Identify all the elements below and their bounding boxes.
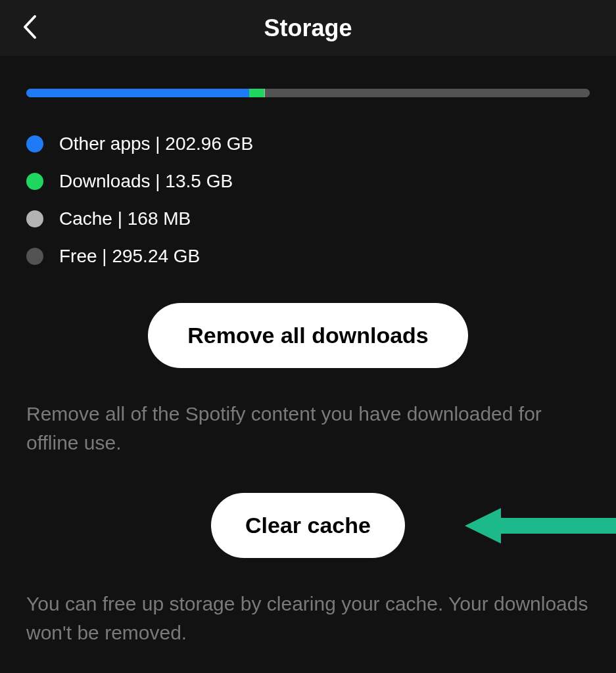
legend-label: Other apps | 202.96 GB xyxy=(59,133,253,154)
svg-marker-0 xyxy=(465,508,616,544)
remove-downloads-row: Remove all downloads xyxy=(26,303,590,368)
storage-bar-free xyxy=(265,89,590,97)
legend-label: Cache | 168 MB xyxy=(59,208,191,229)
storage-bar xyxy=(26,89,590,97)
dot-icon xyxy=(26,248,43,265)
back-button[interactable] xyxy=(16,15,43,41)
dot-icon xyxy=(26,173,43,190)
storage-bar-other xyxy=(26,89,249,97)
legend-item-free: Free | 295.24 GB xyxy=(26,246,590,267)
legend-item-cache: Cache | 168 MB xyxy=(26,208,590,229)
clear-cache-button[interactable]: Clear cache xyxy=(211,493,405,558)
dot-icon xyxy=(26,135,43,152)
content-area: Other apps | 202.96 GB Downloads | 13.5 … xyxy=(0,56,616,647)
legend-label: Downloads | 13.5 GB xyxy=(59,171,233,192)
remove-all-downloads-button[interactable]: Remove all downloads xyxy=(148,303,468,368)
header-bar: Storage xyxy=(0,0,616,56)
page-title: Storage xyxy=(264,14,352,42)
remove-downloads-description: Remove all of the Spotify content you ha… xyxy=(26,400,590,457)
annotation-arrow-icon xyxy=(465,503,616,549)
chevron-left-icon xyxy=(22,14,37,42)
clear-cache-row: Clear cache xyxy=(26,493,590,558)
legend-item-downloads: Downloads | 13.5 GB xyxy=(26,171,590,192)
legend-label: Free | 295.24 GB xyxy=(59,246,200,267)
dot-icon xyxy=(26,210,43,227)
storage-legend: Other apps | 202.96 GB Downloads | 13.5 … xyxy=(26,133,590,267)
storage-bar-downloads xyxy=(249,89,264,97)
clear-cache-description: You can free up storage by clearing your… xyxy=(26,590,590,647)
legend-item-other: Other apps | 202.96 GB xyxy=(26,133,590,154)
